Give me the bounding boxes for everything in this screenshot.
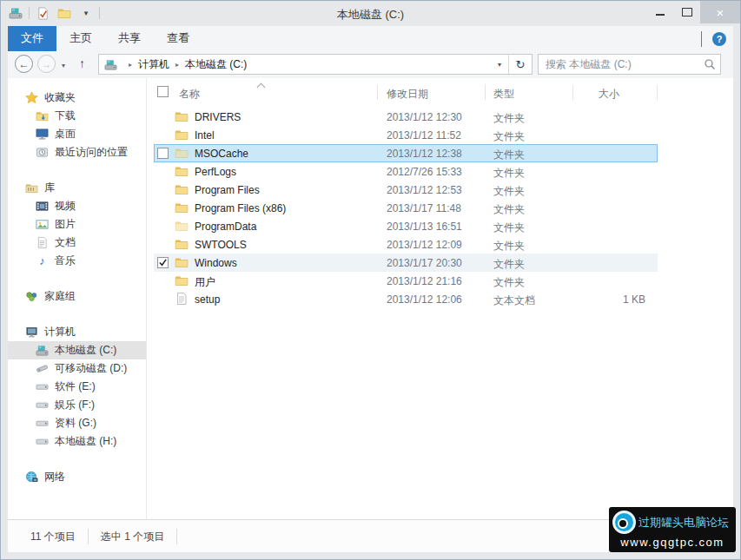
sidebar-group-favorites[interactable]: 收藏夹 xyxy=(8,89,146,107)
checkbox-icon xyxy=(157,257,169,268)
column-header-size[interactable]: 大小 xyxy=(599,87,619,102)
column-header-name[interactable]: 名称 xyxy=(179,87,200,102)
sidebar-item-recent-places[interactable]: 最近访问的位置 xyxy=(8,143,146,161)
file-row[interactable]: SWTOOLS 2013/1/12 12:09 文件夹 xyxy=(147,235,733,254)
column-header-date[interactable]: 修改日期 xyxy=(387,87,428,102)
ribbon-tab-row: 文件 主页 共享 查看 ? xyxy=(8,26,733,52)
file-row[interactable]: Program Files (x86) 2013/1/17 11:48 文件夹 xyxy=(147,199,733,217)
column-header-type[interactable]: 类型 xyxy=(493,87,514,102)
file-row-selected[interactable]: MSOCache 2013/1/12 12:38 文件夹 xyxy=(147,144,733,162)
chevron-down-icon xyxy=(701,31,702,47)
tab-home[interactable]: 主页 xyxy=(56,26,105,51)
sidebar-item-drive-e[interactable]: 软件 (E:) xyxy=(8,378,146,396)
sidebar-item-drive-g[interactable]: 资料 (G:) xyxy=(8,414,146,432)
sidebar-item-downloads[interactable]: 下载 xyxy=(8,107,146,125)
sidebar-item-label: 文档 xyxy=(55,235,76,250)
sidebar-item-pictures[interactable]: 图片 xyxy=(8,215,146,234)
select-all-checkbox[interactable] xyxy=(157,86,169,97)
column-divider[interactable] xyxy=(485,85,486,100)
minimize-button[interactable] xyxy=(646,1,673,23)
star-icon xyxy=(25,91,38,104)
file-rows: DRIVERS 2013/1/12 12:30 文件夹 Intel 2013/1… xyxy=(147,108,733,308)
titlebar: ▾ 本地磁盘 (C:) × xyxy=(1,1,740,26)
watermark: 过期罐头电脑论坛 www.gqgtpc.com xyxy=(609,507,736,552)
sort-ascending-icon xyxy=(257,83,266,92)
file-row[interactable]: Intel 2013/1/12 11:52 文件夹 xyxy=(147,126,733,144)
file-name: Program Files xyxy=(195,184,260,196)
sidebar-group-libraries[interactable]: 库 xyxy=(8,179,146,197)
tab-view[interactable]: 查看 xyxy=(154,26,202,51)
new-folder-icon[interactable] xyxy=(56,4,73,22)
file-row[interactable]: ProgramData 2013/1/13 16:51 文件夹 xyxy=(147,217,733,235)
row-checkbox-checked[interactable] xyxy=(157,257,169,268)
history-dropdown-icon[interactable]: ▾ xyxy=(62,62,65,69)
sidebar-item-label: 桌面 xyxy=(55,127,76,142)
properties-check-icon[interactable] xyxy=(34,4,51,22)
sidebar-item-local-disk-h[interactable]: 本地磁盘 (H:) xyxy=(8,432,146,451)
sidebar-item-label: 资料 (G:) xyxy=(55,416,96,431)
ribbon-expand-icon[interactable] xyxy=(701,31,702,47)
refresh-icon[interactable]: ↻ xyxy=(509,58,532,71)
column-divider[interactable] xyxy=(572,85,573,100)
close-button[interactable]: × xyxy=(700,1,740,23)
search-box xyxy=(538,54,721,75)
file-row[interactable]: PerfLogs 2012/7/26 15:33 文件夹 xyxy=(147,162,733,181)
back-button[interactable]: ← xyxy=(15,55,33,73)
sidebar-item-desktop[interactable]: 桌面 xyxy=(8,125,146,143)
tab-file[interactable]: 文件 xyxy=(8,26,56,51)
file-row-checked[interactable]: Windows 2013/1/17 20:30 文件夹 xyxy=(147,254,733,272)
sidebar-item-local-disk-c[interactable]: 本地磁盘 (C:) xyxy=(8,341,146,359)
address-bar-controls: ▾ ↻ xyxy=(491,55,532,74)
disk-drive-icon xyxy=(36,417,49,430)
folder-icon xyxy=(175,273,189,287)
sidebar-group-network[interactable]: 网络 xyxy=(8,468,146,486)
sidebar-item-drive-f[interactable]: 娱乐 (F:) xyxy=(8,396,146,414)
breadcrumb-local-disk-c[interactable]: 本地磁盘 (C:) xyxy=(185,57,247,72)
file-type: 文件夹 xyxy=(493,275,525,290)
address-dropdown-icon[interactable]: ▾ xyxy=(491,61,508,69)
breadcrumb-computer[interactable]: 计算机 xyxy=(138,57,169,72)
file-row[interactable]: setup 2013/1/12 12:06 文本文档 1 KB xyxy=(147,290,733,308)
sidebar-item-label: 视频 xyxy=(55,199,76,214)
sidebar-item-documents[interactable]: 文档 xyxy=(8,234,146,252)
sidebar-group-computer[interactable]: 计算机 xyxy=(8,323,146,341)
tab-share[interactable]: 共享 xyxy=(105,26,154,51)
maximize-button[interactable] xyxy=(673,1,700,23)
row-checkbox[interactable] xyxy=(157,148,169,159)
sidebar-item-label: 库 xyxy=(44,181,55,195)
file-row[interactable]: 用户 2013/1/12 21:16 文件夹 xyxy=(147,272,733,290)
sidebar-item-music[interactable]: ♪ 音乐 xyxy=(8,252,146,270)
sidebar-item-videos[interactable]: 视频 xyxy=(8,197,146,215)
file-date: 2013/1/17 11:48 xyxy=(387,202,461,214)
search-icon[interactable] xyxy=(699,58,720,70)
file-type: 文件夹 xyxy=(493,166,525,181)
up-button[interactable]: ↑ xyxy=(79,56,85,70)
forward-button[interactable]: → xyxy=(37,55,56,73)
search-input[interactable] xyxy=(539,58,699,70)
address-row: ← → ▾ ↑ ▸ 计算机 ▸ 本地磁盘 (C:) ▾ ↻ xyxy=(8,51,733,79)
file-date: 2013/1/12 12:06 xyxy=(387,293,462,306)
column-divider[interactable] xyxy=(657,85,658,100)
column-divider[interactable] xyxy=(377,85,378,100)
library-icon xyxy=(25,181,38,194)
customize-dropdown-icon[interactable]: ▾ xyxy=(77,4,95,22)
quick-access-toolbar: ▾ xyxy=(7,4,100,22)
sidebar-item-removable-disk-d[interactable]: 可移动磁盘 (D:) xyxy=(8,359,146,378)
help-icon[interactable]: ? xyxy=(712,32,726,46)
file-row[interactable]: Program Files 2013/1/12 12:53 文件夹 xyxy=(147,181,733,199)
sidebar-group-homegroup[interactable]: 家庭组 xyxy=(8,287,146,306)
file-type: 文件夹 xyxy=(493,221,525,235)
sidebar-item-label: 收藏夹 xyxy=(44,90,76,105)
local-disk-icon[interactable] xyxy=(7,4,24,22)
selected-count: 选中 1 个项目 xyxy=(89,529,177,544)
file-row[interactable]: DRIVERS 2013/1/12 12:30 文件夹 xyxy=(147,108,733,126)
breadcrumb-separator-icon: ▸ xyxy=(122,61,138,69)
file-date: 2013/1/12 21:16 xyxy=(387,275,462,287)
file-name: Intel xyxy=(195,129,215,142)
address-bar[interactable]: ▸ 计算机 ▸ 本地磁盘 (C:) ▾ ↻ xyxy=(98,54,533,75)
window-title: 本地磁盘 (C:) xyxy=(105,7,636,23)
sidebar-item-label: 软件 (E:) xyxy=(55,379,96,394)
file-date: 2012/7/26 15:33 xyxy=(387,166,462,178)
document-icon xyxy=(36,236,49,249)
local-disk-icon xyxy=(104,58,117,71)
